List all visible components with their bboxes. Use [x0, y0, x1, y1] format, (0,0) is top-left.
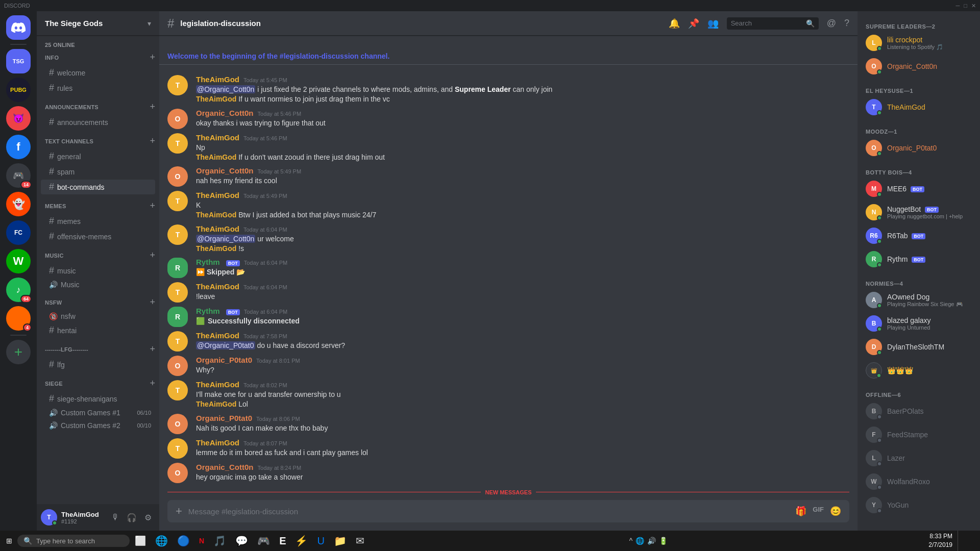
channel-music-voice[interactable]: 🔊 Music [41, 279, 155, 291]
taskbar-itunes[interactable]: 🎵 [209, 533, 230, 549]
close-btn[interactable]: ✕ [971, 3, 976, 9]
server-icon-6[interactable]: 👻 [6, 192, 31, 216]
help-icon[interactable]: ? [844, 18, 849, 29]
mute-button[interactable]: 🎙 [108, 510, 122, 524]
channel-bot-commands[interactable]: # bot-commands [41, 180, 155, 194]
settings-button[interactable]: ⚙ [141, 510, 155, 524]
channel-announcements[interactable]: # announcements [41, 115, 155, 130]
taskbar-overwolf[interactable]: ⚡ [291, 533, 312, 549]
minimize-btn[interactable]: ─ [956, 3, 960, 9]
member-nuggetbot[interactable]: N NuggetBot BOT Playing nuggetbot.com | … [862, 201, 976, 223]
member-lili-crockpot[interactable]: L lili crockpot Listening to Spotify 🎵 [862, 32, 976, 54]
channel-custom-games-1[interactable]: 🔊 Custom Games #1 06/10 [41, 407, 155, 419]
start-button[interactable]: ⊞ [2, 535, 16, 547]
add-channel-icon-announcements[interactable]: + [150, 102, 155, 112]
at-icon[interactable]: @ [827, 18, 836, 29]
section-header-nsfw[interactable]: NSFW + [37, 295, 159, 310]
gift-icon[interactable]: 🎁 [795, 506, 806, 517]
taskbar-discord[interactable]: 💬 [231, 533, 252, 549]
channel-siege-shenanigans[interactable]: # siege-shenanigans [41, 391, 155, 406]
search-input[interactable] [731, 19, 802, 27]
channel-spam[interactable]: # spam [41, 164, 155, 179]
taskbar-uplay[interactable]: U [313, 533, 328, 549]
server-icon-8[interactable]: W [6, 249, 31, 273]
taskbar-mail[interactable]: ✉ [352, 533, 369, 549]
channel-lfg[interactable]: # lfg [41, 357, 155, 372]
taskbar-chrome[interactable]: 🔵 [173, 533, 194, 549]
taskbar-search[interactable]: 🔍 [17, 535, 130, 547]
member-organic-cottn[interactable]: O Organic_Cott0n [862, 55, 976, 78]
tray-network-icon[interactable]: 🌐 [635, 537, 644, 545]
member-yogun[interactable]: Y YoGun [862, 494, 976, 516]
add-channel-icon-text[interactable]: + [150, 136, 155, 146]
member-blazed-galaxy[interactable]: B blazed galaxy Playing Unturned [862, 312, 976, 335]
show-desktop-button[interactable] [958, 531, 978, 551]
member-r6tab[interactable]: R6 R6Tab BOT [862, 224, 976, 247]
section-header-memes[interactable]: MEMES + [37, 198, 159, 213]
notification-bell-icon[interactable]: 🔔 [669, 18, 680, 29]
taskbar-edge[interactable]: 🌐 [151, 533, 172, 549]
tray-volume-icon[interactable]: 🔊 [647, 537, 656, 545]
add-channel-icon-music[interactable]: + [150, 250, 155, 261]
server-icon-pubg[interactable]: PUBG [6, 78, 31, 102]
channel-hentai[interactable]: # hentai [41, 323, 155, 338]
add-channel-icon[interactable]: + [150, 52, 155, 63]
section-header-music[interactable]: MUSIC + [37, 248, 159, 263]
channel-music-text[interactable]: # music [41, 263, 155, 278]
server-icon-new[interactable]: + [6, 340, 31, 364]
taskbar-task-view[interactable]: ⬜ [131, 533, 150, 548]
member-rythm[interactable]: R Rythm BOT [862, 248, 976, 270]
channel-nsfw[interactable]: 🔞 nsfw [41, 310, 155, 322]
add-channel-icon-nsfw[interactable]: + [150, 297, 155, 308]
server-icon-9[interactable]: ♪ 64 [6, 278, 31, 302]
member-feedstampe[interactable]: F FeedStampe [862, 423, 976, 446]
channel-custom-games-2[interactable]: 🔊 Custom Games #2 00/10 [41, 419, 155, 432]
member-baerpolats[interactable]: B BaerPOlats [862, 400, 976, 422]
pin-icon[interactable]: 📌 [688, 18, 699, 29]
channel-rules[interactable]: # rules [41, 81, 155, 95]
maximize-btn[interactable]: □ [964, 3, 967, 9]
taskbar-search-input[interactable] [36, 537, 124, 545]
server-icon-7[interactable]: FC [6, 220, 31, 245]
channel-offensive-memes[interactable]: # offensive-memes [41, 229, 155, 244]
section-header-siege[interactable]: SIEGE + [37, 376, 159, 391]
member-aowneddog[interactable]: A AOwned Dog Playing Rainbow Six Siege 🎮 [862, 289, 976, 311]
taskbar-netflix[interactable]: N [195, 535, 208, 547]
gif-icon[interactable]: GIF [813, 506, 824, 517]
chat-search[interactable]: 🔍 [727, 17, 819, 30]
server-icon-siege-gods[interactable]: TSG [6, 49, 31, 73]
attach-button[interactable]: + [176, 505, 182, 518]
taskbar-explorer[interactable]: 📁 [330, 533, 351, 549]
taskbar-steam[interactable]: 🎮 [253, 533, 274, 549]
section-header-info[interactable]: INFO + [37, 50, 159, 65]
tray-battery-icon[interactable]: 🔋 [659, 537, 668, 545]
server-icon-5[interactable]: 🎮 14 [6, 163, 31, 188]
member-dylansloth[interactable]: D DylanTheSlothTM [862, 336, 976, 358]
server-name-header[interactable]: The Siege Gods ▾ [37, 11, 159, 36]
channel-welcome[interactable]: # welcome [41, 65, 155, 80]
section-header-announcements[interactable]: ANNOUNCEMENTS + [37, 99, 159, 114]
server-icon-3[interactable]: 😈 [6, 106, 31, 131]
emoji-icon[interactable]: 😊 [830, 506, 841, 517]
deafen-button[interactable]: 🎧 [125, 510, 139, 524]
member-mee6[interactable]: M MEE6 BOT [862, 178, 976, 200]
member-theaimgod[interactable]: T TheAimGod [862, 96, 976, 118]
server-icon-4[interactable]: f [6, 135, 31, 159]
member-wolfroxo[interactable]: W WolfandRoxo [862, 470, 976, 493]
add-channel-icon-lfg[interactable]: + [150, 344, 155, 355]
channel-general[interactable]: # general [41, 149, 155, 164]
channel-memes[interactable]: # memes [41, 214, 155, 229]
member-crowns[interactable]: 👑 👑👑👑 [862, 359, 976, 382]
add-channel-icon-memes[interactable]: + [150, 201, 155, 211]
server-icon-10[interactable]: 4 [6, 306, 31, 331]
message-input[interactable] [188, 502, 789, 521]
taskbar-clock[interactable]: 8:33 PM 2/7/2019 [928, 532, 957, 549]
section-header-lfg[interactable]: --------LFG-------- + [37, 342, 159, 357]
tray-up-icon[interactable]: ^ [629, 537, 633, 545]
taskbar-epic[interactable]: E [275, 533, 290, 549]
server-icon-discord-home[interactable] [6, 15, 31, 40]
member-lazer[interactable]: L Lazer [862, 447, 976, 469]
section-header-text[interactable]: TEXT CHANNELS + [37, 134, 159, 148]
member-organic-p0tat0[interactable]: O Organic_P0tat0 [862, 137, 976, 159]
members-icon[interactable]: 👥 [707, 18, 719, 29]
